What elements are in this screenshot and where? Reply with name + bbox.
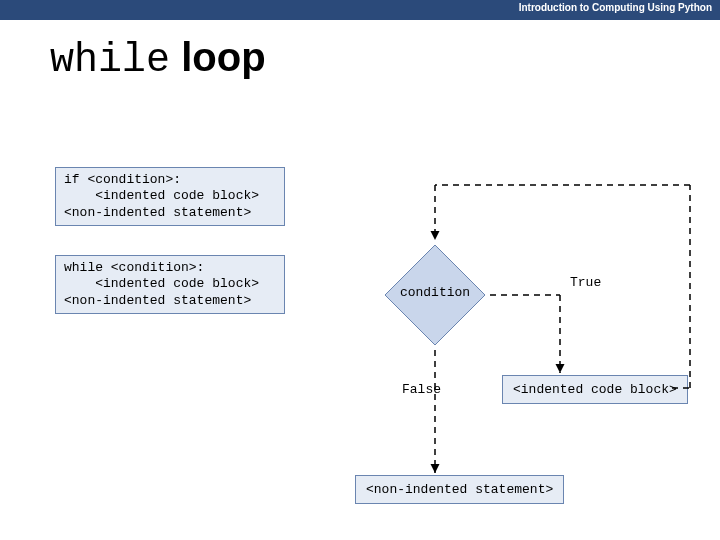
code-box-while: while <condition>: <indented code block>… [55,255,285,314]
label-false: False [402,382,441,397]
header-bar: Introduction to Computing Using Python [0,0,720,20]
label-true: True [570,275,601,290]
diamond-label: condition [380,285,490,300]
flow-box-indented-block: <indented code block> [502,375,688,404]
slide-title: while loop [50,35,266,83]
title-keyword: while [50,38,170,83]
title-rest: loop [170,35,266,79]
header-course-text: Introduction to Computing Using Python [519,2,712,13]
flow-box-non-indented: <non-indented statement> [355,475,564,504]
code-box-if: if <condition>: <indented code block> <n… [55,167,285,226]
